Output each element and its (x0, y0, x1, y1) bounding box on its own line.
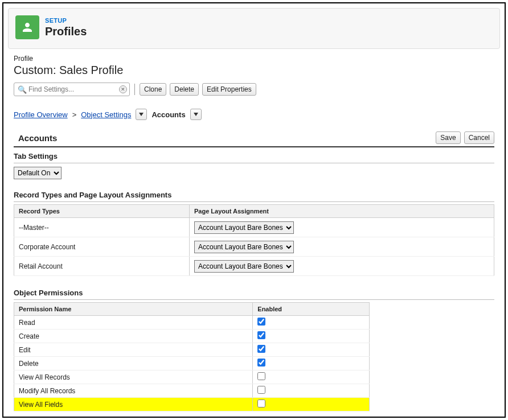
table-row: Edit (14, 343, 370, 357)
permission-enabled-cell (253, 370, 370, 384)
chevron-down-icon (139, 113, 144, 116)
page-layout-cell: Account Layout Bare Bones (190, 257, 494, 276)
page-layout-select[interactable]: Account Layout Bare Bones (194, 260, 294, 273)
table-row: Retail AccountAccount Layout Bare Bones (14, 257, 494, 276)
page-layout-cell: Account Layout Bare Bones (190, 237, 494, 257)
profile-name: Custom: Sales Profile (14, 64, 494, 77)
breadcrumb-profile-overview[interactable]: Profile Overview (14, 110, 68, 119)
profile-icon (15, 15, 39, 39)
col-record-types: Record Types (14, 205, 190, 218)
edit-properties-button[interactable]: Edit Properties (202, 83, 256, 96)
table-row: Create (14, 330, 370, 343)
page-layout-select[interactable]: Account Layout Bare Bones (194, 241, 294, 253)
tab-settings-select[interactable]: Default On (14, 167, 62, 179)
col-page-layout: Page Layout Assignment (190, 205, 494, 218)
section-title: Accounts (14, 133, 57, 143)
clone-button[interactable]: Clone (140, 83, 166, 96)
permission-enabled-cell (253, 398, 370, 411)
permission-checkbox[interactable] (257, 372, 265, 380)
cancel-button[interactable]: Cancel (464, 131, 494, 144)
breadcrumb-separator: > (72, 110, 77, 119)
record-types-title: Record Types and Page Layout Assignments (14, 191, 494, 199)
permission-name: Edit (14, 343, 253, 357)
permission-checkbox[interactable] (257, 386, 265, 394)
permission-name: View All Records (14, 370, 253, 384)
table-row: Delete (14, 357, 370, 370)
toolbar: 🔍 ✕ Clone Delete Edit Properties (14, 83, 494, 96)
object-permissions-title: Object Permissions (14, 289, 494, 297)
table-row: --Master--Account Layout Bare Bones (14, 218, 494, 237)
permission-checkbox[interactable] (257, 331, 265, 339)
permission-checkbox[interactable] (257, 318, 265, 326)
page-layout-cell: Account Layout Bare Bones (190, 218, 494, 237)
permission-enabled-cell (253, 384, 370, 398)
permission-name: Delete (14, 357, 253, 370)
search-box[interactable]: 🔍 ✕ (14, 83, 130, 96)
divider (14, 299, 494, 300)
permission-name: Create (14, 330, 253, 343)
col-enabled: Enabled (253, 303, 370, 316)
table-row: Corporate AccountAccount Layout Bare Bon… (14, 237, 494, 257)
permission-enabled-cell (253, 316, 370, 330)
table-row: Read (14, 316, 370, 330)
permission-checkbox[interactable] (257, 345, 265, 353)
permission-checkbox[interactable] (257, 400, 265, 407)
permission-name: Modify All Records (14, 384, 253, 398)
page-layout-select[interactable]: Account Layout Bare Bones (194, 221, 294, 234)
breadcrumb-current: Accounts (151, 110, 185, 119)
setup-link[interactable]: SETUP (45, 17, 87, 24)
permission-enabled-cell (253, 330, 370, 343)
table-row: Modify All Records (14, 384, 370, 398)
divider (14, 163, 494, 163)
divider (14, 201, 494, 202)
clear-search-icon[interactable]: ✕ (119, 85, 127, 93)
save-button[interactable]: Save (436, 131, 460, 144)
delete-button[interactable]: Delete (170, 83, 199, 96)
search-icon: 🔍 (17, 85, 28, 94)
breadcrumb-object-settings[interactable]: Object Settings (81, 110, 131, 119)
table-row: View All Fields (14, 398, 370, 411)
record-types-table: Record Types Page Layout Assignment --Ma… (14, 204, 494, 276)
profile-sublabel: Profile (14, 55, 494, 63)
page-title: Profiles (45, 25, 87, 38)
section-divider (14, 146, 494, 147)
toolbar-divider (134, 84, 135, 95)
permission-name: Read (14, 316, 253, 330)
permission-enabled-cell (253, 343, 370, 357)
permission-checkbox[interactable] (257, 359, 265, 367)
col-permission-name: Permission Name (14, 303, 253, 316)
breadcrumb: Profile Overview > Object Settings Accou… (14, 109, 494, 120)
object-permissions-table: Permission Name Enabled ReadCreateEditDe… (14, 302, 370, 411)
object-settings-dropdown[interactable] (136, 109, 147, 120)
permission-name: View All Fields (14, 398, 253, 411)
search-input[interactable] (28, 85, 119, 93)
permission-enabled-cell (253, 357, 370, 370)
chevron-down-icon (194, 113, 198, 116)
setup-header: SETUP Profiles (8, 8, 500, 49)
table-row: View All Records (14, 370, 370, 384)
tab-settings-title: Tab Settings (14, 152, 494, 160)
record-type-name: Corporate Account (14, 237, 190, 257)
accounts-dropdown[interactable] (190, 109, 202, 120)
record-type-name: --Master-- (14, 218, 190, 237)
record-type-name: Retail Account (14, 257, 190, 276)
